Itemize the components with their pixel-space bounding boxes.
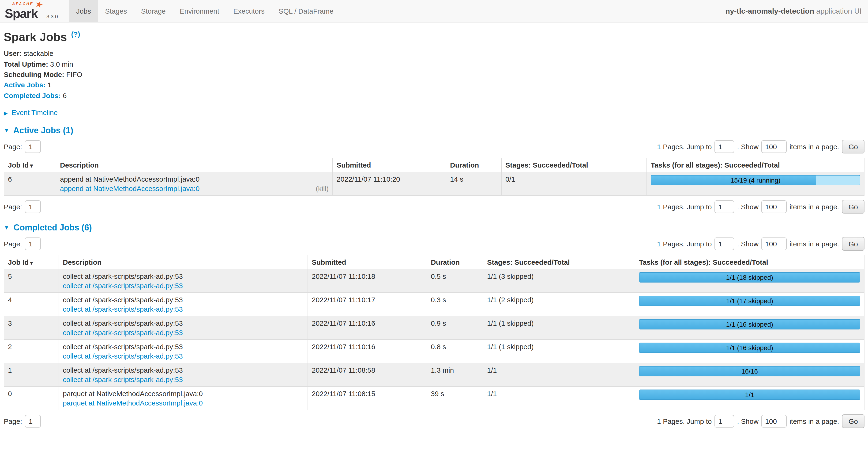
tasks-cell: 15/19 (4 running) <box>647 172 864 196</box>
items-per-page-label: items in a page. <box>789 203 839 211</box>
scheduling-mode-label: Scheduling Mode: <box>4 70 64 78</box>
go-button[interactable]: Go <box>842 140 865 153</box>
tasks-progress-bar: 16/16 <box>639 366 860 376</box>
active-jobs-link[interactable]: Active Jobs: <box>4 81 45 89</box>
completed-jobs-count: 6 <box>63 91 67 99</box>
tasks-cell: 1/1 <box>635 387 864 410</box>
stage-link[interactable]: collect at /spark-scripts/spark-ad.py:53 <box>63 305 183 313</box>
kill-link[interactable]: (kill) <box>316 184 329 192</box>
stages-cell: 1/1 (2 skipped) <box>483 293 635 316</box>
table-header-row: Job Id▾ Description Submitted Duration S… <box>4 255 864 269</box>
job-description: parquet at NativeMethodAccessorImpl.java… <box>63 390 304 398</box>
go-button[interactable]: Go <box>842 200 865 214</box>
stage-link[interactable]: collect at /spark-scripts/spark-ad.py:53 <box>63 375 183 383</box>
column-duration[interactable]: Duration <box>427 255 483 269</box>
items-per-page-input[interactable] <box>761 200 787 213</box>
column-description[interactable]: Description <box>56 158 333 172</box>
duration-cell: 39 s <box>427 387 483 410</box>
summary-active-jobs: Active Jobs: 1 <box>4 80 865 90</box>
event-timeline-label: Event Timeline <box>11 108 58 116</box>
column-stages[interactable]: Stages: Succeeded/Total <box>483 255 635 269</box>
job-description: collect at /spark-scripts/spark-ad.py:53 <box>63 319 304 327</box>
show-label: . Show <box>737 417 758 425</box>
table-row: 0 parquet at NativeMethodAccessorImpl.ja… <box>4 387 864 410</box>
stage-link[interactable]: collect at /spark-scripts/spark-ad.py:53 <box>63 282 183 290</box>
stages-cell: 1/1 (3 skipped) <box>483 269 635 293</box>
tab-stages[interactable]: Stages <box>98 0 134 22</box>
tab-executors[interactable]: Executors <box>226 0 272 22</box>
items-per-page-input[interactable] <box>761 140 787 153</box>
event-timeline-toggle[interactable]: ▶ Event Timeline <box>4 108 865 116</box>
jump-to-page-input[interactable] <box>714 415 734 428</box>
column-tasks[interactable]: Tasks (for all stages): Succeeded/Total <box>647 158 864 172</box>
page-label: Page: <box>4 143 22 151</box>
tab-sql-dataframe[interactable]: SQL / DataFrame <box>272 0 341 22</box>
job-description-cell: collect at /spark-scripts/spark-ad.py:53… <box>59 293 308 316</box>
tasks-cell: 1/1 (17 skipped) <box>635 293 864 316</box>
uptime-value: 3.0 min <box>50 60 73 68</box>
column-duration[interactable]: Duration <box>446 158 501 172</box>
user-value: stackable <box>24 50 54 57</box>
help-link[interactable]: (?) <box>71 30 80 38</box>
table-row: 5 collect at /spark-scripts/spark-ad.py:… <box>4 269 864 293</box>
application-name-suffix: application UI <box>814 7 862 15</box>
column-tasks[interactable]: Tasks (for all stages): Succeeded/Total <box>635 255 864 269</box>
tab-storage[interactable]: Storage <box>134 0 173 22</box>
stage-link[interactable]: collect at /spark-scripts/spark-ad.py:53 <box>63 352 183 360</box>
application-name-bold: ny-tlc-anomaly-detection <box>725 7 814 15</box>
progress-label: 1/1 <box>640 390 860 400</box>
page-number-input[interactable] <box>25 415 41 428</box>
duration-cell: 0.8 s <box>427 340 483 363</box>
page-number-input[interactable] <box>25 237 41 250</box>
apache-label: APACHE <box>12 2 33 6</box>
page-number-input[interactable] <box>25 200 41 213</box>
column-submitted[interactable]: Submitted <box>308 255 427 269</box>
nav-tabs: Jobs Stages Storage Environment Executor… <box>69 0 341 22</box>
column-submitted[interactable]: Submitted <box>333 158 446 172</box>
submitted-cell: 2022/11/07 11:08:15 <box>308 387 427 410</box>
stage-link[interactable]: append at NativeMethodAccessorImpl.java:… <box>60 184 199 192</box>
page-content: Spark Jobs (?) User: stackable Total Upt… <box>0 30 868 428</box>
stage-link[interactable]: collect at /spark-scripts/spark-ad.py:53 <box>63 329 183 337</box>
jump-to-page-input[interactable] <box>714 200 734 213</box>
job-description: collect at /spark-scripts/spark-ad.py:53 <box>63 296 304 304</box>
tasks-cell: 1/1 (16 skipped) <box>635 340 864 363</box>
page-title-text: Spark Jobs <box>4 30 67 44</box>
job-description-cell: collect at /spark-scripts/spark-ad.py:53… <box>59 340 308 363</box>
table-row: 1 collect at /spark-scripts/spark-ad.py:… <box>4 363 864 387</box>
page-number-input[interactable] <box>25 140 41 153</box>
column-job-id[interactable]: Job Id▾ <box>4 255 59 269</box>
column-job-id[interactable]: Job Id▾ <box>4 158 56 172</box>
spark-logo[interactable]: APACHE Spark ★ <box>5 0 44 20</box>
sort-descending-icon: ▾ <box>30 162 33 169</box>
items-per-page-input[interactable] <box>761 415 787 428</box>
job-description: collect at /spark-scripts/spark-ad.py:53 <box>63 272 304 280</box>
active-jobs-table: Job Id▾ Description Submitted Duration S… <box>4 158 865 196</box>
go-button[interactable]: Go <box>842 237 865 251</box>
scheduling-mode-value: FIFO <box>66 70 82 78</box>
pages-count-label: 1 Pages. Jump to <box>657 417 712 425</box>
completed-jobs-link[interactable]: Completed Jobs: <box>4 91 61 99</box>
page-label: Page: <box>4 240 22 248</box>
summary-completed-jobs: Completed Jobs: 6 <box>4 90 865 101</box>
spark-ui-jobs-page: APACHE Spark ★ 3.3.0 Jobs Stages Storage… <box>0 0 868 455</box>
column-stages[interactable]: Stages: Succeeded/Total <box>501 158 647 172</box>
submitted-cell: 2022/11/07 11:10:18 <box>308 269 427 293</box>
show-label: . Show <box>737 203 758 211</box>
column-description[interactable]: Description <box>59 255 308 269</box>
items-per-page-input[interactable] <box>761 237 787 250</box>
job-id-cell: 3 <box>4 316 59 340</box>
jump-to-page-input[interactable] <box>714 140 734 153</box>
active-jobs-count: 1 <box>48 81 52 89</box>
tasks-cell: 16/16 <box>635 363 864 387</box>
go-button[interactable]: Go <box>842 415 865 428</box>
stages-cell: 0/1 <box>501 172 647 196</box>
jump-to-page-input[interactable] <box>714 237 734 250</box>
stage-link[interactable]: parquet at NativeMethodAccessorImpl.java… <box>63 399 203 407</box>
tasks-progress-bar: 1/1 (16 skipped) <box>639 343 860 353</box>
tab-environment[interactable]: Environment <box>173 0 226 22</box>
tasks-progress-bar: 1/1 (16 skipped) <box>639 319 860 330</box>
tab-jobs[interactable]: Jobs <box>69 0 98 22</box>
completed-jobs-section-header[interactable]: ▼ Completed Jobs (6) <box>4 223 865 233</box>
active-jobs-section-header[interactable]: ▼ Active Jobs (1) <box>4 126 865 136</box>
